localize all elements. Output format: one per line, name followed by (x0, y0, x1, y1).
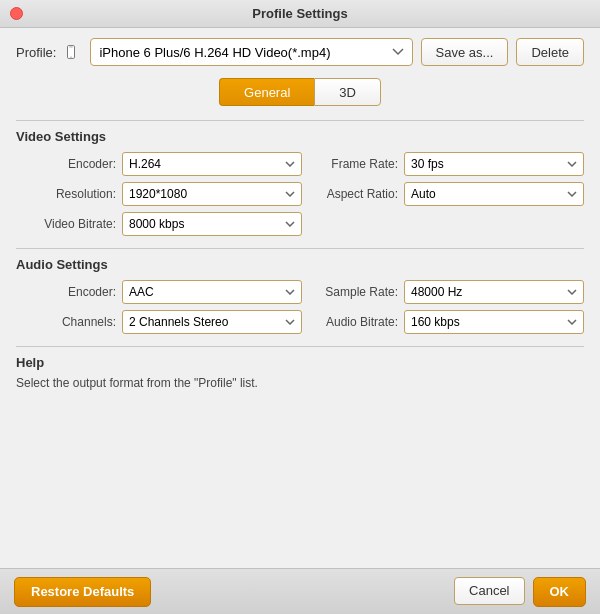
bottom-bar: Restore Defaults Cancel OK (0, 568, 600, 614)
help-text: Select the output format from the "Profi… (16, 376, 584, 390)
empty-cell (318, 212, 584, 236)
close-button[interactable] (10, 7, 23, 20)
restore-defaults-button[interactable]: Restore Defaults (14, 577, 151, 607)
audio-settings-grid: Encoder: AACMP3AC3 Sample Rate: 48000 Hz… (16, 280, 584, 334)
audio-bitrate-label: Audio Bitrate: (318, 315, 398, 329)
save-as-button[interactable]: Save as... (421, 38, 509, 66)
sample-rate-label: Sample Rate: (318, 285, 398, 299)
aspect-ratio-label: Aspect Ratio: (318, 187, 398, 201)
channels-label: Channels: (36, 315, 116, 329)
tab-general[interactable]: General (219, 78, 314, 106)
video-settings-grid: Encoder: H.264H.265MPEG-4MPEG-2 Frame Ra… (16, 152, 584, 236)
svg-rect-1 (70, 47, 74, 48)
sample-rate-field: Sample Rate: 48000 Hz44100 Hz22050 Hz (318, 280, 584, 304)
audio-encoder-field: Encoder: AACMP3AC3 (36, 280, 302, 304)
audio-settings-title: Audio Settings (16, 257, 584, 272)
frame-rate-select[interactable]: 30 fps25 fps24 fps60 fps (404, 152, 584, 176)
encoder-label: Encoder: (36, 157, 116, 171)
tab-3d[interactable]: 3D (314, 78, 381, 106)
cancel-button[interactable]: Cancel (454, 577, 524, 605)
audio-encoder-select[interactable]: AACMP3AC3 (122, 280, 302, 304)
encoder-select[interactable]: H.264H.265MPEG-4MPEG-2 (122, 152, 302, 176)
svg-point-2 (71, 56, 72, 57)
video-settings-title: Video Settings (16, 129, 584, 144)
help-title: Help (16, 355, 584, 370)
sample-rate-select[interactable]: 48000 Hz44100 Hz22050 Hz (404, 280, 584, 304)
video-bitrate-field: Video Bitrate: 8000 kbps6000 kbps4000 kb… (36, 212, 302, 236)
resolution-field: Resolution: 1920*10801280*720640*480 (36, 182, 302, 206)
help-section: Help Select the output format from the "… (16, 346, 584, 558)
aspect-ratio-field: Aspect Ratio: Auto16:94:3 (318, 182, 584, 206)
title-bar: Profile Settings (0, 0, 600, 28)
resolution-label: Resolution: (36, 187, 116, 201)
phone-icon (64, 45, 78, 59)
window-title: Profile Settings (252, 6, 347, 21)
frame-rate-label: Frame Rate: (318, 157, 398, 171)
video-bitrate-label: Video Bitrate: (36, 217, 116, 231)
main-content: Profile: iPhone 6 Plus/6 H.264 HD Video(… (0, 28, 600, 568)
profile-select[interactable]: iPhone 6 Plus/6 H.264 HD Video(*.mp4) (90, 38, 412, 66)
aspect-ratio-select[interactable]: Auto16:94:3 (404, 182, 584, 206)
audio-bitrate-field: Audio Bitrate: 160 kbps128 kbps96 kbps (318, 310, 584, 334)
profile-label: Profile: (16, 45, 56, 60)
resolution-select[interactable]: 1920*10801280*720640*480 (122, 182, 302, 206)
delete-button[interactable]: Delete (516, 38, 584, 66)
ok-button[interactable]: OK (533, 577, 587, 607)
bottom-right-buttons: Cancel OK (454, 577, 586, 607)
video-bitrate-select[interactable]: 8000 kbps6000 kbps4000 kbps (122, 212, 302, 236)
video-encoder-field: Encoder: H.264H.265MPEG-4MPEG-2 (36, 152, 302, 176)
tabs-row: General 3D (16, 78, 584, 106)
audio-settings-section: Audio Settings Encoder: AACMP3AC3 Sample… (16, 248, 584, 334)
profile-row: Profile: iPhone 6 Plus/6 H.264 HD Video(… (16, 38, 584, 66)
video-settings-section: Video Settings Encoder: H.264H.265MPEG-4… (16, 120, 584, 236)
audio-bitrate-select[interactable]: 160 kbps128 kbps96 kbps (404, 310, 584, 334)
frame-rate-field: Frame Rate: 30 fps25 fps24 fps60 fps (318, 152, 584, 176)
window: Profile Settings Profile: iPhone 6 Plus/… (0, 0, 600, 614)
channels-select[interactable]: 2 Channels Stereo1 Channel Mono (122, 310, 302, 334)
channels-field: Channels: 2 Channels Stereo1 Channel Mon… (36, 310, 302, 334)
audio-encoder-label: Encoder: (36, 285, 116, 299)
